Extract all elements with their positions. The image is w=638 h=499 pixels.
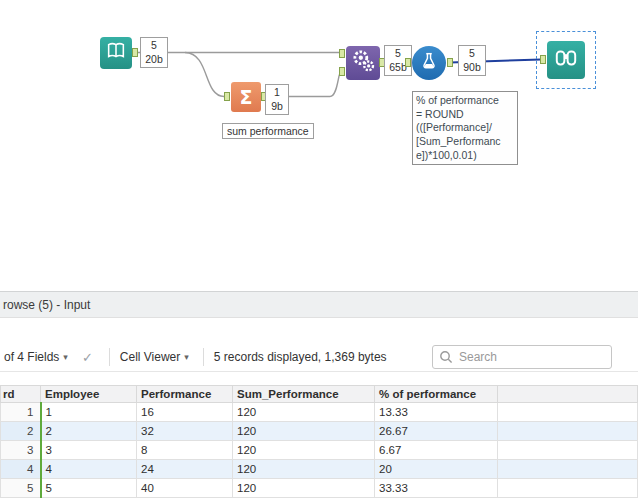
table-header-row: rd Employee Performance Sum_Performance … [1,386,638,403]
sum-performance-cell[interactable]: 120 [233,403,375,422]
check-icon[interactable]: ✓ [74,350,101,365]
search-icon [439,350,453,367]
table-row: 4 4 24 120 20 [1,460,638,479]
search-input[interactable] [432,345,612,369]
results-toolbar: of 4 Fields ▾ ✓ Cell Viewer ▾ 5 records … [0,343,638,372]
column-header-sum-performance[interactable]: Sum_Performance [233,386,375,403]
append-input-top-anchor[interactable] [339,49,345,58]
pct-performance-cell[interactable]: 33.33 [375,479,498,498]
summarize-record-annotation: 1 9b [265,84,289,115]
filler-cell [498,422,638,441]
formula-tool[interactable] [412,46,446,80]
record-number-cell[interactable]: 1 [1,403,41,422]
formula-record-annotation: 5 90b [458,45,486,76]
alteryx-window: 5 20b Σ 1 9b sum performance [0,0,638,499]
formula-output-anchor[interactable] [447,58,453,67]
results-panel-header: rowse (5) - Input [0,291,638,318]
append-fields-tool[interactable] [346,46,380,80]
pct-performance-cell[interactable]: 13.33 [375,403,498,422]
toolbar-separator [203,348,204,366]
sum-performance-cell[interactable]: 120 [233,441,375,460]
filler-cell [498,441,638,460]
employee-cell[interactable]: 2 [41,422,137,441]
browse-tool[interactable] [547,41,585,79]
cell-viewer-dropdown[interactable]: Cell Viewer ▾ [118,350,195,364]
input-data-tool[interactable] [100,37,132,69]
input-output-anchor[interactable] [132,48,138,57]
pct-performance-cell[interactable]: 26.67 [375,422,498,441]
search-box [432,345,612,369]
append-input-bottom-anchor[interactable] [339,67,345,76]
results-panel-title: rowse (5) - Input [3,298,90,312]
employee-cell[interactable]: 5 [41,479,137,498]
employee-cell[interactable]: 4 [41,460,137,479]
chevron-down-icon: ▾ [63,352,68,362]
binoculars-icon [553,45,579,75]
record-number-cell[interactable]: 5 [1,479,41,498]
column-header-filler [498,386,638,403]
results-panel: rowse (5) - Input of 4 Fields ▾ ✓ Cell V… [0,291,638,499]
formula-annotation-comment: % of performance = ROUND (([Performance]… [412,91,518,165]
column-header-employee[interactable]: Employee [41,386,137,403]
performance-cell[interactable]: 8 [137,441,233,460]
summarize-input-anchor[interactable] [224,92,230,101]
column-header-performance[interactable]: Performance [137,386,233,403]
browse-input-anchor[interactable] [540,55,546,64]
employee-cell[interactable]: 1 [41,403,137,422]
column-header-pct-performance[interactable]: % of performance [375,386,498,403]
performance-cell[interactable]: 16 [137,403,233,422]
sum-performance-cell[interactable]: 120 [233,422,375,441]
gears-icon [350,48,376,78]
sum-performance-cell[interactable]: 120 [233,460,375,479]
table-row: 2 2 32 120 26.67 [1,422,638,441]
performance-cell[interactable]: 32 [137,422,233,441]
toolbar-separator [109,348,110,366]
summarize-annotation-label: sum performance [222,123,314,139]
table-row: 3 3 8 120 6.67 [1,441,638,460]
performance-cell[interactable]: 40 [137,479,233,498]
table-row: 1 1 16 120 13.33 [1,403,638,422]
summarize-tool[interactable]: Σ [231,82,261,112]
workflow-canvas[interactable]: 5 20b Σ 1 9b sum performance [0,0,638,291]
record-number-cell[interactable]: 2 [1,422,41,441]
sigma-icon: Σ [240,88,253,107]
flask-icon [418,50,440,76]
fields-dropdown[interactable]: of 4 Fields ▾ [2,350,74,364]
chevron-down-icon: ▾ [184,352,189,362]
performance-cell[interactable]: 24 [137,460,233,479]
table-row: 5 5 40 120 33.33 [1,479,638,498]
employee-cell[interactable]: 3 [41,441,137,460]
results-grid: rd Employee Performance Sum_Performance … [0,385,638,498]
book-icon [105,40,127,66]
pct-performance-cell[interactable]: 20 [375,460,498,479]
filler-cell [498,460,638,479]
sum-performance-cell[interactable]: 120 [233,479,375,498]
input-record-annotation: 5 20b [140,37,168,68]
filler-cell [498,403,638,422]
records-info: 5 records displayed, 1,369 bytes [212,350,387,364]
filler-cell [498,479,638,498]
formula-input-anchor[interactable] [405,58,411,67]
record-number-cell[interactable]: 3 [1,441,41,460]
record-number-cell[interactable]: 4 [1,460,41,479]
column-header-record[interactable]: rd [1,386,41,403]
pct-performance-cell[interactable]: 6.67 [375,441,498,460]
